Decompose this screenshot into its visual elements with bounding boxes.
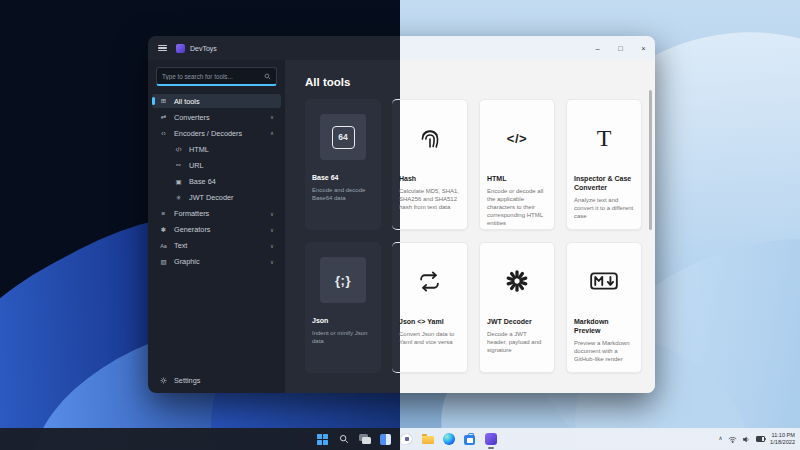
sidebar-item-label: Encoders / Decoders [174,129,242,138]
task-view-icon[interactable] [358,433,371,446]
devtoys-taskbar-icon[interactable] [484,433,497,446]
search-input[interactable] [162,73,264,80]
vertical-scrollbar[interactable] [649,90,652,230]
html-subitem-icon: ‹/› [174,146,183,153]
converters-icon: ⇄ [159,113,168,121]
main-content: All tools 64 Base 64 Encode and decode B… [285,60,655,393]
sidebar-item-html[interactable]: ‹/› HTML [152,142,281,157]
chevron-down-icon: ∨ [270,114,274,120]
volume-icon[interactable] [742,430,751,448]
sidebar-item-encoders-decoders[interactable]: ‹› Encoders / Decoders ∧ [152,126,281,141]
chevron-down-icon: ∨ [270,211,274,217]
titlebar[interactable]: DevToys – □ × [148,36,655,60]
sidebar-item-label: URL [189,161,204,170]
sidebar-item-label: Formatters [174,209,209,218]
sidebar-item-label: All tools [174,97,200,106]
all-tools-icon: ⊞ [159,97,168,105]
sidebar-item-settings[interactable]: Settings [152,374,281,389]
tray-date: 1/18/2022 [770,439,795,446]
sidebar-item-graphic[interactable]: ▧ Graphic ∨ [152,255,281,270]
graphic-icon: ▧ [159,258,168,266]
devtoys-logo-icon [176,44,185,53]
battery-icon[interactable] [756,436,766,443]
tool-card-markdown-preview[interactable]: Markdown Preview Preview a Markdown docu… [566,242,642,373]
text-icon: Aa [159,243,168,249]
network-icon[interactable] [728,430,737,448]
close-button[interactable]: × [632,36,655,60]
sidebar-item-base64[interactable]: ▣ Base 64 [152,174,281,189]
sidebar-item-generators[interactable]: ✱ Generators ∨ [152,223,281,238]
search-box[interactable] [156,67,277,86]
generators-icon: ✱ [159,226,168,234]
jwt-subitem-icon: ✳ [174,194,183,202]
hamburger-menu-icon[interactable] [158,45,167,51]
sidebar-item-url[interactable]: ∾ URL [152,158,281,173]
sidebar-item-text[interactable]: Aa Text ∨ [152,239,281,254]
card-title: Markdown Preview [574,318,634,336]
window-title: DevToys [190,45,217,52]
devtoys-window: DevToys – □ × ⊞ All tools [148,36,655,393]
card-description: Convert Json data to Yaml and vice versa [399,330,460,346]
json-braces-icon: {;} [320,257,366,303]
tools-grid: 64 Base 64 Encode and decode Base64 data [305,99,655,373]
start-button-icon[interactable] [316,433,329,446]
taskbar-clock[interactable]: 11:10 PM 1/18/2022 [770,432,795,447]
chevron-down-icon: ∨ [270,227,274,233]
taskbar-search-icon[interactable] [337,433,350,446]
sidebar-item-label: Base 64 [189,177,216,186]
desktop: DevToys – □ × ⊞ All tools [0,0,800,450]
sidebar-item-label: Generators [174,225,211,234]
tool-card-json-yaml[interactable]: Json <> Yaml Convert Json data to Yaml a… [392,242,468,373]
card-description: Calculate MD5, SHA1, SHA256 and SHA512 h… [399,187,460,211]
card-description: Encode and decode Base64 data [312,186,374,202]
fingerprint-icon [407,115,453,161]
tool-card-inspector-case-converter[interactable]: T Inspector & Case Converter Analyze tex… [566,99,642,230]
base64-icon: 64 [320,114,366,160]
formatters-icon: ≡ [159,210,168,217]
taskbar-center-icons [316,428,497,450]
card-description: Analyze text and convert it to a differe… [574,196,634,220]
sidebar-item-converters[interactable]: ⇄ Converters ∨ [152,110,281,125]
card-title: JWT Decoder [487,318,547,327]
card-title: Json <> Yaml [399,318,460,327]
sidebar-item-label: Settings [174,376,200,385]
chevron-down-icon: ∨ [270,243,274,249]
sidebar-item-label: JWT Decoder [189,193,233,202]
encoders-decoders-icon: ‹› [159,130,168,137]
url-subitem-icon: ∾ [174,161,183,169]
card-description: Indent or minify Json data [312,329,374,345]
sidebar-item-all-tools[interactable]: ⊞ All tools [152,94,281,109]
base64-subitem-icon: ▣ [174,178,183,186]
minimize-button[interactable]: – [586,36,609,60]
burst-icon [494,258,540,304]
letter-t-icon: T [581,115,627,161]
sidebar: ⊞ All tools ⇄ Converters ∨ ‹› Encoders /… [148,60,285,393]
card-description: Preview a Markdown document with a GitHu… [574,339,634,363]
file-explorer-icon[interactable] [421,433,434,446]
card-title: Base 64 [312,174,374,183]
sidebar-item-label: Converters [174,113,210,122]
tool-card-html[interactable]: </> HTML Encode or decode all the applic… [479,99,555,230]
search-icon [264,73,271,80]
tool-card-jwt-decoder[interactable]: JWT Decoder Decode a JWT header, payload… [479,242,555,373]
edge-browser-icon[interactable] [442,433,455,446]
maximize-button[interactable]: □ [609,36,632,60]
chevron-up-icon: ∧ [270,130,274,136]
tool-card-json[interactable]: {;} Json Indent or minify Json data [305,242,381,373]
microsoft-store-icon[interactable] [463,433,476,446]
card-title: Inspector & Case Converter [574,175,634,193]
card-title: HTML [487,175,547,184]
widgets-icon[interactable] [379,433,392,446]
chat-icon[interactable] [400,433,413,446]
hidden-icons-chevron-icon[interactable]: ∧ [719,436,723,442]
card-title: Json [312,317,374,326]
sidebar-item-jwt-decoder[interactable]: ✳ JWT Decoder [152,190,281,205]
markdown-icon [581,258,627,304]
page-title: All tools [305,76,655,88]
tool-card-hash[interactable]: Hash Calculate MD5, SHA1, SHA256 and SHA… [392,99,468,230]
gear-icon [159,377,168,385]
sidebar-item-formatters[interactable]: ≡ Formatters ∨ [152,206,281,221]
sidebar-item-label: Graphic [174,257,200,266]
tool-card-base64[interactable]: 64 Base 64 Encode and decode Base64 data [305,99,381,230]
card-description: Decode a JWT header, payload and signatu… [487,330,547,354]
